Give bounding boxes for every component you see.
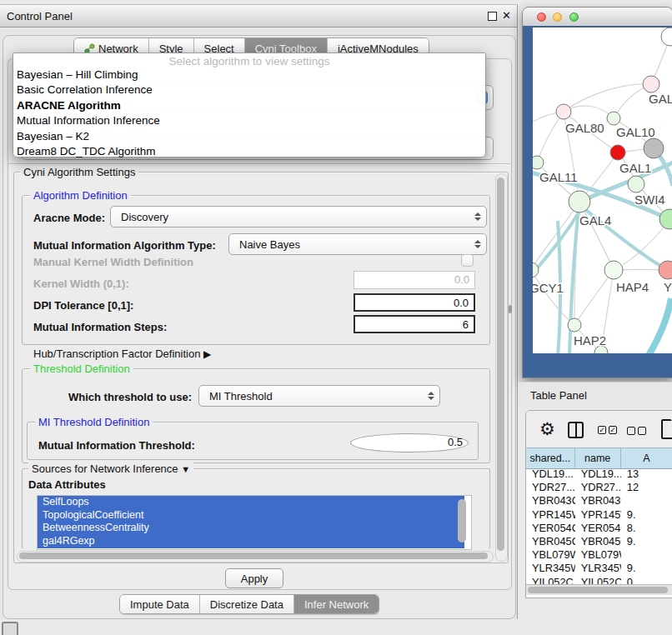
zoom-traffic-light[interactable] [569,12,579,22]
splitter-handle[interactable] [509,305,512,313]
combobox-stepper-icon[interactable] [428,392,434,400]
scrollbar-thumb[interactable] [19,552,488,559]
combobox-stepper-icon[interactable] [474,212,481,221]
float-window-icon[interactable] [488,12,497,21]
scrollbar-thumb[interactable] [528,587,668,593]
network-node-gal11[interactable] [533,156,544,169]
table-row[interactable]: YER054CYER054C8. [526,522,672,535]
table-cell: YBR043C [575,494,621,508]
which-threshold-combobox[interactable]: MI Threshold [198,385,440,407]
network-node-gal1[interactable] [610,145,625,160]
node-label: GAL10 [616,125,655,139]
dpi-tolerance-field[interactable]: 0.0 [354,293,475,312]
export-table-icon[interactable] [661,419,672,439]
network-node-gal80[interactable] [556,104,571,119]
table-horizontal-scrollbar[interactable] [526,584,672,595]
table-cell: YPR145W [575,508,621,522]
aracne-mode-combobox[interactable]: Discovery [110,206,487,228]
algorithm-option[interactable]: Dream8 DC_TDC Algorithm [13,144,485,159]
network-node-gal10[interactable] [607,112,620,125]
collapse-arrow-icon[interactable]: ▼ [181,464,190,474]
cyni-algorithm-settings-title: Cyni Algorithm Settings [20,166,138,178]
columns-icon[interactable] [568,422,584,438]
control-panel-window: Control Panel ✕ NetworkStyleSelectCyni T… [0,4,518,619]
table-column-header[interactable]: A [621,448,672,468]
data-attribute-item[interactable]: gal4RGexp [38,535,464,548]
table-cell: YBR045C [526,535,575,548]
table-cell: YER054C [526,522,575,535]
network-node-hap2[interactable] [568,318,581,332]
algorithm-dropdown-popup: Select algorithm to view settings Bayesi… [13,52,486,158]
network-edge [574,270,614,325]
scrollbar-thumb[interactable] [497,178,504,551]
mi-threshold-definition-title: MI Threshold Definition [35,416,153,428]
table-row[interactable]: YDR27...YDR27...12 [526,481,672,494]
table-cell: YBL079W [526,548,575,562]
deselect-all-columns-icon[interactable] [627,427,646,435]
manual-kernel-width-checkbox[interactable] [461,254,474,267]
network-canvas[interactable]: GALGAL80GAL10GAL1GAL11SWI4GAL4GCY1HAP4YH… [533,28,672,353]
algorithm-option[interactable]: ARACNE Algorithm [13,98,485,113]
combobox-stepper-icon[interactable] [474,240,481,248]
list-scrollbar[interactable] [458,499,466,542]
data-attribute-item[interactable]: SelfLoops [38,496,464,509]
network-node[interactable] [659,209,672,229]
minimize-traffic-light[interactable] [553,12,562,22]
hub-factor-expander[interactable]: Hub/Transcription Factor Definition ▶ [33,348,211,360]
algorithm-option[interactable]: Mutual Information Inference [13,113,485,128]
aracne-mode-label: Aracne Mode: [33,212,105,224]
data-attributes-list[interactable]: SelfLoopsTopologicalCoefficientBetweenne… [37,495,472,550]
algorithm-option[interactable]: Basic Correlation Inference [13,82,485,98]
table-column-header[interactable]: shared... [526,448,575,468]
apply-button[interactable]: Apply [225,568,283,588]
table-row[interactable]: YDL19...YDL19...13 [526,468,672,481]
table-header-row: shared...nameA [526,448,672,469]
network-edge [533,270,574,325]
tab-impute-data[interactable]: Impute Data [120,595,199,613]
table-row[interactable]: YLR345WYLR345W9. [526,562,672,575]
close-traffic-light[interactable] [537,12,546,22]
mi-algorithm-type-combobox[interactable]: Naive Bayes [228,233,487,255]
mi-algorithm-type-label: Mutual Information Algorithm Type: [33,239,216,252]
table-row[interactable]: YPR145WYPR145W9. [526,508,672,522]
settings-vertical-scrollbar[interactable] [495,173,508,562]
gear-icon[interactable]: ⚙ [539,421,555,438]
network-node-gal[interactable] [643,76,659,92]
algorithm-option[interactable]: Bayesian – K2 [13,129,485,144]
algorithm-option[interactable]: Bayesian – Hill Climbing [13,68,485,82]
mi-threshold-field[interactable]: 0.5 [350,433,469,452]
expander-arrow-icon: ▶ [203,348,211,360]
close-icon[interactable]: ✕ [502,9,511,22]
network-node[interactable] [644,138,664,158]
settings-horizontal-scrollbar[interactable] [17,551,494,562]
table-row[interactable]: YIL052CYIL052C0. [526,576,672,585]
data-attribute-item[interactable]: BetweennessCentrality [38,522,464,535]
algorithm-dropdown-items: Bayesian – Hill ClimbingBasic Correlatio… [13,68,485,159]
network-window-titlebar[interactable] [523,8,672,27]
node-label: GAL1 [619,161,651,175]
table-row[interactable]: YBR045CYBR045C9. [526,535,672,548]
network-node-gal4[interactable] [569,191,590,212]
kernel-width-field[interactable]: 0.0 [354,271,475,289]
network-edge [648,298,671,353]
mi-steps-field[interactable]: 6 [354,315,475,333]
tab-discretize-data[interactable]: Discretize Data [199,595,293,613]
network-node[interactable] [661,28,672,46]
table-row[interactable]: YBR043CYBR043C [526,494,672,508]
table-row[interactable]: YBL079WYBL079W [526,548,672,562]
network-node-gcy1[interactable] [533,262,539,278]
network-node-swi4[interactable] [628,176,644,192]
tab-infer-network[interactable]: Infer Network [293,595,379,613]
network-node-hap4[interactable] [604,261,623,279]
network-node-y[interactable] [659,261,672,279]
table-cell: YLR345W [526,562,575,575]
tab-label: Discretize Data [210,598,283,611]
select-all-columns-icon[interactable]: ✓✓ [598,426,617,434]
data-attribute-item[interactable]: TopologicalCoefficient [38,509,464,522]
table-cell: YBR043C [526,494,575,508]
network-view-blue-frame: GALGAL80GAL10GAL1GAL11SWI4GAL4GCY1HAP4YH… [523,26,672,378]
data-attributes-label: Data Attributes [28,478,106,491]
mi-threshold-label: Mutual Information Threshold: [38,439,195,452]
table-column-header[interactable]: name [575,448,621,468]
minimized-window-icon[interactable] [2,622,18,635]
